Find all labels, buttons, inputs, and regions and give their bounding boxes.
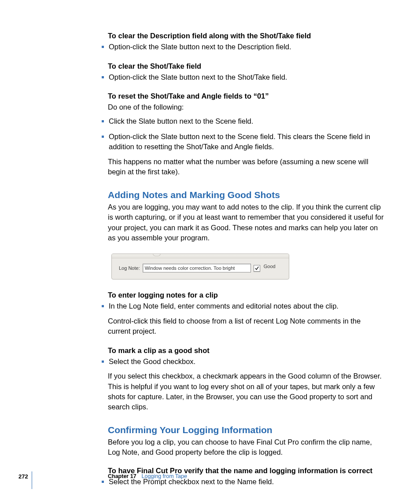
procedure-block: To clear the Description field along wit… [108,31,385,52]
page-footer: 272 Chapter 17Logging from Tape [0,473,420,486]
bullet-list: Option-click the Slate button next to th… [108,72,385,82]
bullet-item: Option-click the Slate button next to th… [108,72,385,82]
log-note-panel: Log Note: Good [111,254,289,280]
procedure-subtext: Do one of the following: [108,102,385,112]
bullet-item: Option-click the Slate button next to th… [108,132,385,152]
body-text: Control-click this field to choose from … [108,316,385,337]
procedure-heading: To reset the Shot/Take and Angle fields … [108,91,385,101]
procedure-heading: To clear the Shot/Take field [108,61,385,71]
body-text: If you select this checkbox, a checkmark… [108,371,385,412]
good-checkbox[interactable] [254,265,260,272]
log-note-row: Log Note: Good [119,264,284,272]
procedure-heading: To enter logging notes for a clip [108,290,385,300]
chapter-title: Logging from Tape [142,473,187,479]
bullet-item: Click the Slate button next to the Scene… [108,116,385,126]
bullet-item: In the Log Note field, enter comments an… [108,301,385,311]
procedure-heading: To mark a clip as a good shot [108,346,385,356]
footer-rule [32,471,32,489]
procedure-block: To enter logging notes for a clip In the… [108,290,385,336]
procedure-block: To clear the Shot/Take field Option-clic… [108,61,385,83]
bullet-list: Option-click the Slate button next to th… [108,42,385,52]
bullet-list: Click the Slate button next to the Scene… [108,116,385,152]
body-text: As you are logging, you may want to add … [108,202,385,243]
chapter-footer: Chapter 17Logging from Tape [108,473,187,479]
bullet-list: Select the Good checkbox. [108,357,385,367]
good-label: Good [264,264,276,269]
document-page: To clear the Description field along wit… [0,0,420,504]
procedure-heading: To clear the Description field along wit… [108,31,385,41]
procedure-block: To mark a clip as a good shot Select the… [108,346,385,412]
section-heading: Adding Notes and Marking Good Shots [108,190,385,200]
log-note-label: Log Note: [119,265,140,271]
panel-top-edge [112,254,289,258]
page-number: 272 [18,473,28,480]
body-text: This happens no matter what the number w… [108,157,385,177]
bullet-list: In the Log Note field, enter comments an… [108,301,385,311]
log-note-input[interactable] [143,264,251,272]
procedure-block: To reset the Shot/Take and Angle fields … [108,91,385,177]
bullet-item: Select the Good checkbox. [108,357,385,367]
bullet-item: Option-click the Slate button next to th… [108,42,385,52]
body-text: Before you log a clip, you can choose to… [108,437,385,458]
section-heading: Confirming Your Logging Information [108,425,385,435]
checkmark-icon [254,266,259,271]
chapter-label: Chapter 17 [108,473,136,479]
